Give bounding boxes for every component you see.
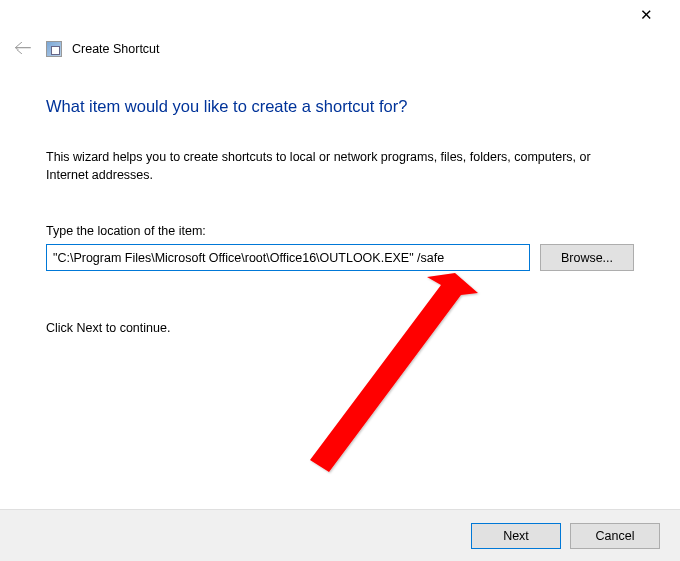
location-input[interactable]: [46, 244, 530, 271]
wizard-description: This wizard helps you to create shortcut…: [46, 148, 634, 184]
window-title: Create Shortcut: [72, 42, 160, 56]
back-arrow-icon: 🡠: [10, 36, 36, 61]
location-label: Type the location of the item:: [46, 224, 634, 238]
continue-text: Click Next to continue.: [46, 321, 634, 335]
next-button[interactable]: Next: [471, 523, 561, 549]
close-icon[interactable]: ✕: [624, 1, 668, 29]
location-row: Browse...: [46, 244, 634, 271]
footer: Next Cancel: [0, 509, 680, 561]
page-heading: What item would you like to create a sho…: [46, 97, 634, 116]
shortcut-icon: [46, 41, 62, 57]
browse-button[interactable]: Browse...: [540, 244, 634, 271]
cancel-button[interactable]: Cancel: [570, 523, 660, 549]
header: 🡠 Create Shortcut: [0, 30, 680, 61]
titlebar: ✕: [0, 0, 680, 30]
content-area: What item would you like to create a sho…: [0, 61, 680, 335]
